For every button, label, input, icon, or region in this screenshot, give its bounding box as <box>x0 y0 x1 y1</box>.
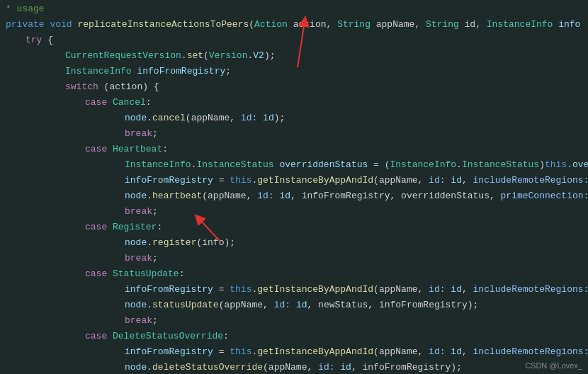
token-param-label: includeRemoteRegions: <box>473 346 588 357</box>
token-type: InstanceInfo <box>390 159 456 170</box>
token-case-kw: case <box>85 222 113 232</box>
token-type: InstanceInfo <box>65 66 132 76</box>
token-param-name: node <box>125 237 147 248</box>
line-content: case StatusUpdate: <box>0 268 588 279</box>
token-punct: : <box>179 268 185 279</box>
line-content: case Heartbeat: <box>0 144 588 154</box>
token-punct: , <box>462 346 473 357</box>
token-punct: ; <box>152 128 158 139</box>
token-case-val: Cancel <box>113 97 146 108</box>
code-line: node.statusUpdate(appName, id: id, newSt… <box>0 299 588 314</box>
token-punct: : <box>146 97 152 108</box>
line-content: node.cancel(appName, id: id); <box>0 113 588 123</box>
token-param-name: id <box>279 191 290 201</box>
code-line: case Heartbeat: <box>0 143 588 159</box>
token-kw-ctrl: break <box>125 315 152 326</box>
line-content: * usage <box>0 4 588 14</box>
token-case-kw: case <box>85 331 113 341</box>
code-line: case DeleteStatusOverride: <box>0 330 588 346</box>
token-punct: . <box>147 113 152 123</box>
token-this-kw: this <box>230 175 251 186</box>
token-punct: = <box>213 175 230 186</box>
token-param-name: node <box>125 191 147 201</box>
line-content: try { <box>0 35 588 45</box>
code-line: try { <box>0 34 588 50</box>
code-line: infoFromRegistry = this.getInstanceByApp… <box>0 174 588 190</box>
token-punct: (appName, <box>219 300 274 310</box>
token-type: InstanceStatus <box>196 159 273 170</box>
token-param-label: id: <box>429 284 451 295</box>
token-punct: . <box>181 50 187 61</box>
token-punct: id, <box>459 19 487 30</box>
code-line: case StatusUpdate: <box>0 268 588 283</box>
token-punct: (action) { <box>98 81 159 92</box>
token-type: String <box>337 19 371 30</box>
token-param-name: .overrid <box>567 159 588 170</box>
token-punct: { <box>42 35 53 45</box>
token-case-kw: case <box>85 144 113 154</box>
token-param-label: primeConnection: <box>501 191 588 201</box>
token-type: Version <box>209 50 248 61</box>
token-punct: (appName, <box>263 362 318 373</box>
code-line: node.heartbeat(appName, id: id, infoFrom… <box>0 190 588 205</box>
token-case-val: StatusUpdate <box>113 268 179 279</box>
token-case-val: DeleteStatusOverride <box>113 331 223 341</box>
line-content: infoFromRegistry = this.getInstanceByApp… <box>0 175 588 186</box>
token-punct: . <box>147 191 152 201</box>
token-method: register <box>152 237 196 248</box>
token-punct: (appName, <box>373 346 429 357</box>
token-type: InstanceInfo <box>125 159 191 170</box>
line-content: break; <box>0 128 588 139</box>
token-case-kw: case <box>85 97 113 108</box>
token-kw-ctrl: try <box>26 35 42 45</box>
code-line: node.cancel(appName, id: id); <box>0 112 588 128</box>
token-punct: ); <box>264 50 276 61</box>
token-param-name: node <box>125 362 147 373</box>
code-line: CurrentRequestVersion.set(Version.V2); <box>0 50 588 65</box>
token-param-label: id: <box>318 362 340 373</box>
line-content: node.heartbeat(appName, id: id, infoFrom… <box>0 191 588 201</box>
code-line: break; <box>0 314 588 330</box>
code-line: node.register(info); <box>0 237 588 252</box>
token-punct: (appName, <box>186 113 241 123</box>
token-kw: private <box>6 19 50 30</box>
token-punct: ) <box>539 159 545 170</box>
line-content: break; <box>0 315 588 326</box>
token-punct: : <box>162 144 168 154</box>
token-punct: action, <box>288 19 337 30</box>
token-punct: ( <box>249 19 254 30</box>
line-content: node.deleteStatusOverride(appName, id: i… <box>0 362 588 373</box>
code-line: private void replicateInstanceActionsToP… <box>0 18 588 34</box>
code-line: switch (action) { <box>0 81 588 96</box>
token-param-name: infoFromRegistry <box>125 175 213 186</box>
token-punct: (appName, <box>373 284 429 295</box>
token-punct: . <box>147 237 152 248</box>
token-punct: (appName, <box>202 191 257 201</box>
code-line: infoFromRegistry = this.getInstanceByApp… <box>0 346 588 361</box>
line-content: InstanceInfo infoFromRegistry; <box>0 66 588 76</box>
token-param-label: id: <box>429 175 451 186</box>
token-punct: , newStatus, infoFromRegistry); <box>307 300 479 310</box>
token-punct: , <box>462 175 473 186</box>
token-punct: . <box>147 362 152 373</box>
token-punct: ; <box>152 315 158 326</box>
token-param-name: id <box>451 346 462 357</box>
code-line: case Register: <box>0 221 588 237</box>
token-param-name: infoFromRegistry; <box>132 66 231 76</box>
token-kw-ctrl: switch <box>65 81 98 92</box>
line-content: infoFromRegistry = this.getInstanceByApp… <box>0 346 588 357</box>
token-param-name: info <box>553 19 580 30</box>
line-content: infoFromRegistry = this.getInstanceByApp… <box>0 284 588 295</box>
token-kw: void <box>50 19 77 30</box>
token-punct: , infoFromRegistry); <box>351 362 462 373</box>
token-case-kw: case <box>85 268 113 279</box>
token-param-name: id <box>296 300 307 310</box>
token-param-name: infoFromRegistry <box>125 346 213 357</box>
token-method: getInstanceByAppAndId <box>257 284 373 295</box>
watermark: CSDN @Lovex_ <box>525 361 582 370</box>
token-param-name: node <box>125 300 147 310</box>
token-case-val: Heartbeat <box>113 144 162 154</box>
token-method: replicateInstanceActionsToPeers <box>77 19 249 30</box>
token-method: set <box>187 50 203 61</box>
code-line: case Cancel: <box>0 96 588 112</box>
